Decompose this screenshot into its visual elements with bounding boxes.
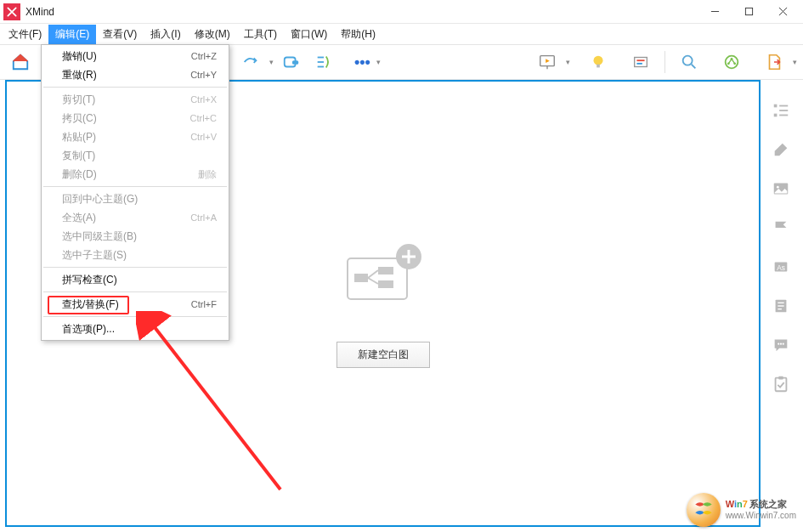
menu-separator: [43, 291, 227, 292]
watermark: Win7系统之家 www.Winwin7.com: [687, 493, 796, 527]
search-icon[interactable]: [674, 48, 704, 76]
format-icon[interactable]: [769, 139, 793, 160]
menu-bar: 文件(F) 编辑(E) 查看(V) 插入(I) 修改(M) 工具(T) 窗口(W…: [0, 24, 803, 44]
svg-rect-25: [378, 280, 393, 288]
menu-undo[interactable]: 撤销(U)Ctrl+Z: [42, 47, 229, 65]
home-icon[interactable]: [5, 48, 36, 76]
new-blank-map-button[interactable]: 新建空白图: [336, 342, 430, 368]
blank-map-icon: [332, 240, 434, 308]
edit-menu-dropdown: 撤销(U)Ctrl+Z 重做(R)Ctrl+Y 剪切(T)Ctrl+X 拷贝(C…: [41, 44, 229, 341]
svg-rect-47: [776, 378, 787, 392]
outline-icon[interactable]: [769, 100, 793, 121]
menu-paste: 粘贴(P)Ctrl+V: [42, 127, 229, 146]
svg-rect-48: [778, 376, 783, 380]
menu-preferences[interactable]: 首选项(P)...: [42, 320, 229, 338]
relationship-icon[interactable]: [235, 48, 266, 76]
presentation-icon[interactable]: [532, 48, 563, 76]
svg-text:As: As: [777, 264, 785, 272]
menu-delete: 删除(D)删除: [42, 165, 229, 184]
menu-separator: [43, 186, 227, 187]
marker-icon[interactable]: [625, 48, 656, 76]
svg-point-45: [780, 343, 782, 345]
chevron-down-icon[interactable]: ▾: [268, 58, 274, 66]
svg-line-27: [368, 278, 378, 284]
menu-go-center: 回到中心主题(G): [42, 190, 229, 208]
summary-icon[interactable]: [308, 48, 339, 76]
svg-rect-13: [635, 58, 647, 67]
notes-icon[interactable]: [769, 296, 793, 316]
chevron-down-icon[interactable]: ▾: [791, 58, 798, 66]
svg-point-18: [726, 56, 738, 69]
menu-duplicate: 复制(T): [42, 146, 229, 165]
menu-file[interactable]: 文件(F): [2, 25, 48, 44]
menu-window[interactable]: 窗口(W): [284, 25, 334, 44]
export-icon[interactable]: [759, 48, 789, 76]
menu-separator: [43, 87, 227, 88]
menu-select-children: 选中子主题(S): [42, 246, 229, 264]
boundary-icon[interactable]: [276, 48, 307, 76]
task-icon[interactable]: [769, 374, 793, 394]
watermark-text: Win7系统之家 www.Winwin7.com: [726, 499, 796, 520]
menu-view[interactable]: 查看(V): [96, 25, 144, 44]
menu-modify[interactable]: 修改(M): [188, 25, 237, 44]
svg-point-16: [683, 56, 693, 65]
svg-rect-24: [378, 267, 393, 274]
more-icon[interactable]: •••: [351, 48, 374, 76]
svg-point-46: [783, 343, 784, 345]
menu-tools[interactable]: 工具(T): [237, 25, 284, 44]
chevron-down-icon[interactable]: ▾: [376, 58, 382, 66]
menu-edit[interactable]: 编辑(E): [48, 25, 96, 44]
svg-rect-31: [774, 105, 778, 108]
maximize-button[interactable]: [732, 0, 766, 24]
label-icon[interactable]: As: [769, 257, 793, 277]
right-sidebar: As: [762, 80, 800, 527]
comment-icon[interactable]: [769, 335, 793, 355]
toolbar-divider: [664, 51, 665, 73]
share-icon[interactable]: [716, 48, 747, 76]
svg-line-26: [368, 270, 378, 278]
idea-icon[interactable]: [583, 48, 614, 76]
image-icon[interactable]: [769, 178, 793, 199]
app-title: XMind: [25, 6, 698, 18]
menu-insert[interactable]: 插入(I): [144, 25, 187, 44]
menu-copy: 拷贝(C)Ctrl+C: [42, 109, 229, 127]
menu-cut: 剪切(T)Ctrl+X: [42, 90, 229, 109]
minimize-button[interactable]: [698, 0, 732, 24]
svg-rect-12: [597, 65, 600, 68]
svg-rect-23: [354, 274, 368, 282]
title-bar: XMind: [0, 0, 803, 24]
menu-find-replace[interactable]: 查找/替换(F)Ctrl+F: [42, 295, 229, 314]
menu-spellcheck[interactable]: 拼写检查(C): [42, 270, 229, 289]
menu-select-all: 全选(A)Ctrl+A: [42, 208, 229, 227]
svg-rect-1: [745, 8, 752, 14]
menu-select-siblings: 选中同级主题(B): [42, 227, 229, 246]
app-icon: [3, 3, 20, 20]
menu-redo[interactable]: 重做(R)Ctrl+Y: [42, 65, 229, 84]
watermark-logo: [687, 493, 721, 527]
svg-line-17: [692, 65, 696, 69]
menu-help[interactable]: 帮助(H): [334, 25, 382, 44]
menu-separator: [43, 267, 227, 268]
window-controls: [698, 0, 800, 24]
close-button[interactable]: [766, 0, 800, 24]
svg-point-37: [777, 186, 779, 189]
menu-separator: [43, 316, 227, 317]
svg-rect-5: [292, 60, 298, 65]
svg-rect-32: [774, 114, 778, 117]
chevron-down-icon[interactable]: ▾: [564, 58, 571, 66]
svg-point-11: [594, 56, 603, 65]
svg-point-44: [778, 343, 779, 345]
flag-icon[interactable]: [769, 218, 793, 238]
